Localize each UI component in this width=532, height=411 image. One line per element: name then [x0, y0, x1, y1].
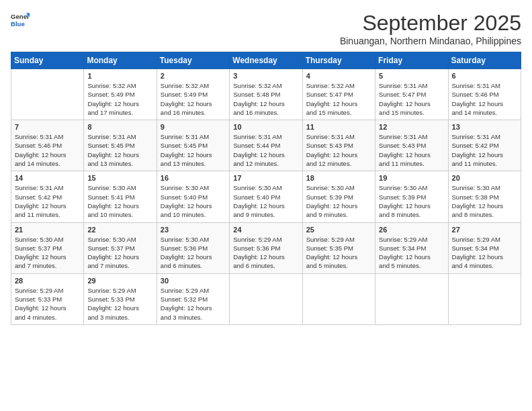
calendar-day-header: Wednesday: [230, 52, 302, 69]
day-info: Sunrise: 5:30 AM Sunset: 5:36 PM Dayligh…: [161, 235, 226, 271]
day-info: Sunrise: 5:29 AM Sunset: 5:34 PM Dayligh…: [452, 235, 517, 271]
calendar-day-cell: 16Sunrise: 5:30 AM Sunset: 5:40 PM Dayli…: [157, 171, 229, 222]
calendar-day-cell: 25Sunrise: 5:29 AM Sunset: 5:35 PM Dayli…: [302, 222, 375, 273]
calendar-day-cell: 6Sunrise: 5:31 AM Sunset: 5:46 PM Daylig…: [448, 69, 521, 120]
day-number: 2: [161, 72, 226, 80]
calendar-day-cell: 29Sunrise: 5:29 AM Sunset: 5:33 PM Dayli…: [84, 273, 157, 324]
day-number: 24: [233, 226, 298, 234]
day-number: 6: [452, 72, 517, 80]
day-number: 1: [87, 72, 152, 80]
day-number: 15: [87, 174, 152, 182]
calendar-day-cell: 26Sunrise: 5:29 AM Sunset: 5:34 PM Dayli…: [375, 222, 448, 273]
day-info: Sunrise: 5:31 AM Sunset: 5:44 PM Dayligh…: [233, 132, 298, 168]
calendar-day-cell: [375, 273, 448, 324]
day-info: Sunrise: 5:29 AM Sunset: 5:34 PM Dayligh…: [379, 235, 444, 271]
calendar-week-row: 1Sunrise: 5:32 AM Sunset: 5:49 PM Daylig…: [11, 69, 521, 120]
day-info: Sunrise: 5:29 AM Sunset: 5:36 PM Dayligh…: [233, 235, 298, 271]
calendar-day-header: Tuesday: [157, 52, 229, 69]
day-info: Sunrise: 5:30 AM Sunset: 5:40 PM Dayligh…: [233, 183, 298, 219]
day-info: Sunrise: 5:32 AM Sunset: 5:49 PM Dayligh…: [161, 81, 226, 117]
calendar-day-cell: 5Sunrise: 5:31 AM Sunset: 5:47 PM Daylig…: [375, 69, 448, 120]
calendar-header-row: SundayMondayTuesdayWednesdayThursdayFrid…: [11, 52, 521, 69]
calendar-week-row: 21Sunrise: 5:30 AM Sunset: 5:37 PM Dayli…: [11, 222, 521, 273]
day-info: Sunrise: 5:30 AM Sunset: 5:39 PM Dayligh…: [379, 183, 444, 219]
calendar-day-cell: 20Sunrise: 5:30 AM Sunset: 5:38 PM Dayli…: [448, 171, 521, 222]
day-info: Sunrise: 5:30 AM Sunset: 5:41 PM Dayligh…: [87, 183, 152, 219]
calendar-day-cell: 28Sunrise: 5:29 AM Sunset: 5:33 PM Dayli…: [11, 273, 84, 324]
day-number: 7: [15, 123, 80, 131]
calendar-day-cell: 30Sunrise: 5:29 AM Sunset: 5:32 PM Dayli…: [157, 273, 229, 324]
day-info: Sunrise: 5:30 AM Sunset: 5:40 PM Dayligh…: [161, 183, 226, 219]
day-number: 26: [379, 226, 444, 234]
day-info: Sunrise: 5:29 AM Sunset: 5:35 PM Dayligh…: [306, 235, 371, 271]
day-info: Sunrise: 5:31 AM Sunset: 5:42 PM Dayligh…: [452, 132, 517, 168]
calendar-day-cell: [448, 273, 521, 324]
calendar-day-header: Friday: [375, 52, 448, 69]
month-title: September 2025: [340, 11, 521, 36]
calendar-day-cell: 4Sunrise: 5:32 AM Sunset: 5:47 PM Daylig…: [302, 69, 375, 120]
day-info: Sunrise: 5:30 AM Sunset: 5:37 PM Dayligh…: [87, 235, 152, 271]
day-info: Sunrise: 5:29 AM Sunset: 5:33 PM Dayligh…: [15, 286, 80, 322]
calendar-day-header: Sunday: [11, 52, 84, 69]
calendar-day-cell: 8Sunrise: 5:31 AM Sunset: 5:45 PM Daylig…: [84, 120, 157, 171]
calendar-week-row: 7Sunrise: 5:31 AM Sunset: 5:46 PM Daylig…: [11, 120, 521, 171]
day-number: 16: [161, 174, 226, 182]
day-info: Sunrise: 5:31 AM Sunset: 5:47 PM Dayligh…: [379, 81, 444, 117]
day-info: Sunrise: 5:31 AM Sunset: 5:46 PM Dayligh…: [15, 132, 80, 168]
day-info: Sunrise: 5:31 AM Sunset: 5:45 PM Dayligh…: [161, 132, 226, 168]
calendar-day-cell: 1Sunrise: 5:32 AM Sunset: 5:49 PM Daylig…: [84, 69, 157, 120]
calendar-day-cell: 3Sunrise: 5:32 AM Sunset: 5:48 PM Daylig…: [230, 69, 302, 120]
location-subtitle: Binuangan, Northern Mindanao, Philippine…: [340, 36, 521, 46]
calendar-day-cell: 10Sunrise: 5:31 AM Sunset: 5:44 PM Dayli…: [230, 120, 302, 171]
day-info: Sunrise: 5:32 AM Sunset: 5:49 PM Dayligh…: [87, 81, 152, 117]
day-number: 9: [161, 123, 226, 131]
day-number: 21: [15, 226, 80, 234]
day-number: 17: [233, 174, 298, 182]
day-number: 12: [379, 123, 444, 131]
day-number: 20: [452, 174, 517, 182]
day-info: Sunrise: 5:31 AM Sunset: 5:43 PM Dayligh…: [306, 132, 371, 168]
logo: General Blue: [11, 11, 30, 30]
day-number: 8: [87, 123, 152, 131]
day-info: Sunrise: 5:29 AM Sunset: 5:33 PM Dayligh…: [87, 286, 152, 322]
day-number: 5: [379, 72, 444, 80]
calendar-day-cell: 21Sunrise: 5:30 AM Sunset: 5:37 PM Dayli…: [11, 222, 84, 273]
calendar-day-header: Saturday: [448, 52, 521, 69]
day-info: Sunrise: 5:30 AM Sunset: 5:37 PM Dayligh…: [15, 235, 80, 271]
day-number: 23: [161, 226, 226, 234]
calendar-day-cell: 15Sunrise: 5:30 AM Sunset: 5:41 PM Dayli…: [84, 171, 157, 222]
day-info: Sunrise: 5:32 AM Sunset: 5:47 PM Dayligh…: [306, 81, 371, 117]
day-number: 19: [379, 174, 444, 182]
calendar-day-cell: [230, 273, 302, 324]
calendar-day-header: Monday: [84, 52, 157, 69]
calendar-day-header: Thursday: [302, 52, 375, 69]
calendar-day-cell: 17Sunrise: 5:30 AM Sunset: 5:40 PM Dayli…: [230, 171, 302, 222]
calendar-table: SundayMondayTuesdayWednesdayThursdayFrid…: [11, 52, 521, 325]
day-number: 27: [452, 226, 517, 234]
calendar-day-cell: 19Sunrise: 5:30 AM Sunset: 5:39 PM Dayli…: [375, 171, 448, 222]
calendar-day-cell: 18Sunrise: 5:30 AM Sunset: 5:39 PM Dayli…: [302, 171, 375, 222]
day-info: Sunrise: 5:31 AM Sunset: 5:42 PM Dayligh…: [15, 183, 80, 219]
calendar-day-cell: [302, 273, 375, 324]
calendar-day-cell: [11, 69, 84, 120]
day-number: 22: [87, 226, 152, 234]
calendar-day-cell: 11Sunrise: 5:31 AM Sunset: 5:43 PM Dayli…: [302, 120, 375, 171]
calendar-day-cell: 24Sunrise: 5:29 AM Sunset: 5:36 PM Dayli…: [230, 222, 302, 273]
svg-text:Blue: Blue: [11, 20, 25, 28]
day-info: Sunrise: 5:31 AM Sunset: 5:46 PM Dayligh…: [452, 81, 517, 117]
day-number: 29: [87, 277, 152, 285]
calendar-day-cell: 13Sunrise: 5:31 AM Sunset: 5:42 PM Dayli…: [448, 120, 521, 171]
calendar-day-cell: 14Sunrise: 5:31 AM Sunset: 5:42 PM Dayli…: [11, 171, 84, 222]
day-number: 3: [233, 72, 298, 80]
calendar-day-cell: 27Sunrise: 5:29 AM Sunset: 5:34 PM Dayli…: [448, 222, 521, 273]
day-number: 13: [452, 123, 517, 131]
calendar-day-cell: 23Sunrise: 5:30 AM Sunset: 5:36 PM Dayli…: [157, 222, 229, 273]
day-number: 25: [306, 226, 371, 234]
calendar-day-cell: 12Sunrise: 5:31 AM Sunset: 5:43 PM Dayli…: [375, 120, 448, 171]
title-block: September 2025 Binuangan, Northern Minda…: [340, 11, 521, 46]
day-number: 18: [306, 174, 371, 182]
day-number: 11: [306, 123, 371, 131]
day-info: Sunrise: 5:32 AM Sunset: 5:48 PM Dayligh…: [233, 81, 298, 117]
day-number: 14: [15, 174, 80, 182]
day-number: 4: [306, 72, 371, 80]
